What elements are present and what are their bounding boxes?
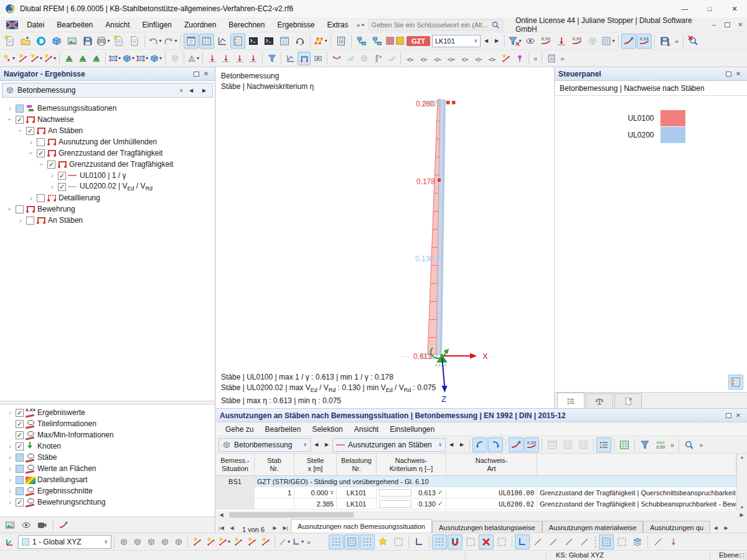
option-werte-flaechen[interactable]: Werte an Flächen: [0, 463, 215, 474]
script-editor-button[interactable]: [261, 34, 276, 49]
node-marker[interactable]: [446, 101, 450, 105]
redo-button[interactable]: ▾: [163, 34, 178, 49]
table-float-button[interactable]: [723, 411, 733, 421]
tree-item-nachweise[interactable]: Nachweise: [0, 114, 215, 125]
cell-stab[interactable]: 1: [255, 487, 294, 498]
color-swatch-red[interactable]: [386, 37, 394, 45]
save-image-button[interactable]: [65, 34, 80, 49]
option-label[interactable]: Ergebnisschnitte: [37, 487, 93, 495]
view-z-button[interactable]: [158, 535, 171, 549]
option-label[interactable]: Darstellungsart: [37, 475, 88, 484]
dlubal-center-button[interactable]: [34, 34, 49, 49]
checkbox[interactable]: [16, 442, 24, 450]
cell-beschreibung[interactable]: Grenzzustand der Tragfähigkeit | Quersch…: [537, 487, 736, 498]
option-titelinformationen[interactable]: Titelinformationen: [0, 418, 215, 429]
frame-view-button[interactable]: [298, 52, 311, 65]
next-loadcase-button[interactable]: ▶: [492, 35, 502, 47]
expander-icon[interactable]: [6, 476, 14, 483]
save-button[interactable]: [80, 34, 95, 49]
solid-model-button[interactable]: [168, 52, 181, 65]
clear-results-button[interactable]: [686, 34, 701, 49]
tables-toggle-button[interactable]: [199, 34, 214, 49]
work-plane-xy-button[interactable]: ▾: [218, 535, 231, 549]
perpendicular-snap-button[interactable]: [561, 534, 576, 549]
camera-button[interactable]: [35, 518, 50, 533]
navigator-addon-combobox[interactable]: Betonbemessung ∨ ◀ ▶: [2, 83, 213, 98]
expander-icon[interactable]: [17, 217, 24, 224]
navigator-float-button[interactable]: [191, 69, 201, 79]
expander-icon[interactable]: [38, 161, 45, 168]
checkbox[interactable]: [16, 487, 24, 495]
tree-label[interactable]: Bewehrung: [37, 205, 75, 213]
option-label[interactable]: Bewehrungsrichtung: [37, 498, 105, 506]
close-button[interactable]: ✕: [722, 0, 747, 17]
export-settings-button[interactable]: [657, 34, 672, 49]
next-table-button[interactable]: ▶: [270, 522, 280, 533]
tab-factors[interactable]: [586, 393, 613, 408]
prev-loadcase-button[interactable]: ◀: [481, 35, 491, 47]
visibility-results-button[interactable]: [523, 34, 538, 49]
table-menu-bearbeiten[interactable]: Bearbeiten: [259, 423, 306, 436]
new-table-button[interactable]: [111, 34, 126, 49]
clipping-plane-button[interactable]: [344, 52, 357, 65]
snap-circle-button[interactable]: [479, 534, 494, 549]
col-header-kriterium[interactable]: Nachweis-Kriterium η [--]: [377, 454, 446, 476]
report-button[interactable]: [277, 34, 292, 49]
menu-einfuegen[interactable]: Einfügen: [136, 18, 178, 32]
tabs-scroll-left[interactable]: ◀: [710, 522, 721, 533]
minimize-button[interactable]: —: [672, 0, 697, 17]
option-bewehrungsrichtung[interactable]: Bewehrungsrichtung: [0, 497, 215, 508]
col-header-beschreibung[interactable]: [537, 454, 736, 476]
menu-berechnen[interactable]: Berechnen: [222, 18, 271, 32]
toolbar2-overflow2-icon[interactable]: »: [558, 55, 566, 62]
tabs-scroll-right[interactable]: ▶: [721, 522, 731, 533]
angle-grid-button[interactable]: ▾: [291, 535, 304, 549]
tree-label[interactable]: Bemessungssituationen: [37, 104, 116, 113]
table-result-diagram-toggle[interactable]: [509, 437, 524, 452]
member-division-button[interactable]: [431, 52, 444, 65]
table-combo1-next[interactable]: ▶: [322, 439, 332, 451]
snap-star-button[interactable]: [375, 534, 390, 549]
parallel-snap-button[interactable]: [546, 534, 561, 549]
line-snap-button[interactable]: [530, 534, 545, 549]
checkbox[interactable]: [37, 194, 45, 202]
table-menu-ansicht[interactable]: Ansicht: [349, 423, 384, 436]
tree-label[interactable]: An Stäben: [48, 126, 83, 135]
expander-icon[interactable]: [27, 194, 35, 202]
plumb-button[interactable]: [666, 534, 681, 549]
table-combo1-prev[interactable]: ◀: [311, 439, 321, 451]
statusbar-overflow-icon[interactable]: »: [305, 538, 312, 546]
tree-item-ul0200[interactable]: UL0200.02 | VEd / VRd: [0, 181, 215, 192]
visibility-filter-button[interactable]: [265, 52, 278, 65]
magnet-snap-button[interactable]: [448, 534, 463, 549]
free-load-button[interactable]: [247, 52, 260, 65]
printout-report-button[interactable]: [127, 34, 142, 49]
tree-item-detaillierung[interactable]: Detaillierung: [0, 192, 215, 203]
result-diagram-toggle[interactable]: [621, 34, 636, 49]
tree-item-gzt[interactable]: Grenzzustand der Tragfähigkeit: [0, 147, 215, 159]
member-support-button[interactable]: [90, 52, 103, 65]
steuerpanel-float-button[interactable]: [723, 69, 733, 79]
table-toolbar-overflow2[interactable]: »: [697, 441, 705, 449]
checkbox[interactable]: [26, 217, 34, 225]
prev-table-button[interactable]: ◀: [227, 522, 237, 533]
edit-panel-button[interactable]: [334, 34, 349, 49]
deformation-display-button[interactable]: [554, 34, 569, 49]
cell-stelle[interactable]: 2.385: [294, 498, 337, 510]
hscroll-thumb[interactable]: [229, 512, 354, 518]
maximize-button[interactable]: □: [697, 0, 722, 17]
line-support-button[interactable]: [76, 52, 89, 65]
checkbox[interactable]: [16, 454, 24, 462]
expander-icon[interactable]: [17, 127, 24, 134]
tree-item-bewehrung[interactable]: Bewehrung: [0, 203, 215, 215]
visibility-mode-button[interactable]: [19, 518, 34, 533]
object-snap-button[interactable]: [432, 534, 447, 549]
expander-icon[interactable]: [27, 138, 35, 146]
col-header-situation[interactable]: Bemess.-Situation: [216, 454, 255, 476]
option-label[interactable]: Ergebniswerte: [37, 408, 85, 417]
toolbar2-overflow-icon[interactable]: »: [532, 55, 539, 62]
table-combo2-prev[interactable]: ◀: [446, 439, 456, 451]
menu-ansicht[interactable]: Ansicht: [99, 18, 136, 32]
menu-bearbeiten[interactable]: Bearbeiten: [50, 18, 99, 32]
tree-label[interactable]: UL0200.02 | VEd / VRd: [80, 182, 153, 192]
